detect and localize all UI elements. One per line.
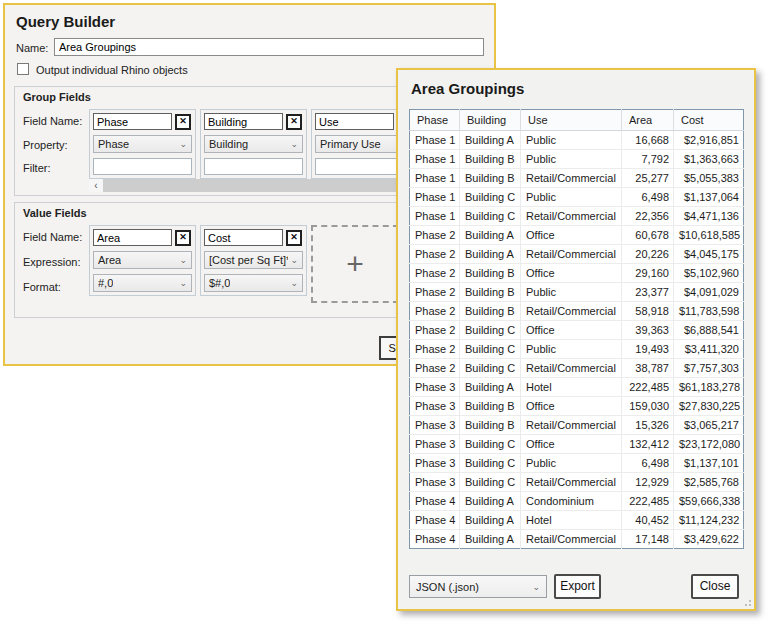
export-button[interactable]: Export — [554, 574, 601, 599]
cell-phase: Phase 2 — [410, 226, 460, 245]
cell-use: Hotel — [521, 511, 622, 530]
field-name-row: ✕ — [204, 113, 303, 130]
value-field-column: ✕[Cost per Sq Ft]*[A⌄$#,0⌄ — [200, 225, 307, 296]
cell-area: 17,148 — [622, 530, 674, 549]
property-dropdown[interactable]: Building⌄ — [204, 135, 303, 153]
cell-building: Building B — [460, 264, 521, 283]
cell-area: 12,929 — [622, 473, 674, 492]
cell-use: Public — [521, 150, 622, 169]
field-name-input[interactable] — [204, 113, 283, 130]
cell-building: Building C — [460, 321, 521, 340]
table-row: Phase 3Building CRetail/Commercial12,929… — [410, 473, 744, 492]
format-dropdown-value: #,0 — [98, 277, 113, 289]
field-name-input[interactable] — [315, 113, 394, 130]
cell-building: Building B — [460, 150, 521, 169]
cell-building: Building A — [460, 530, 521, 549]
cell-phase: Phase 4 — [410, 530, 460, 549]
remove-field-button[interactable]: ✕ — [286, 114, 302, 130]
field-name-input[interactable] — [204, 229, 283, 246]
cell-phase: Phase 2 — [410, 283, 460, 302]
cell-cost: $61,183,278 — [674, 378, 744, 397]
table-row: Phase 2Building ARetail/Commercial20,226… — [410, 245, 744, 264]
results-window: Area Groupings PhaseBuildingUseAreaCost … — [396, 68, 756, 611]
cell-area: 132,412 — [622, 435, 674, 454]
cell-use: Retail/Commercial — [521, 416, 622, 435]
cell-use: Retail/Commercial — [521, 245, 622, 264]
expression-dropdown[interactable]: Area⌄ — [93, 251, 192, 269]
column-header-use[interactable]: Use — [521, 110, 622, 131]
results-table: PhaseBuildingUseAreaCost Phase 1Building… — [409, 109, 744, 549]
filter-input[interactable] — [204, 158, 303, 175]
format-dropdown[interactable]: $#,0⌄ — [204, 274, 303, 292]
query-name-input[interactable] — [54, 38, 484, 56]
cell-cost: $4,471,136 — [674, 207, 744, 226]
cell-building: Building A — [460, 226, 521, 245]
cell-cost: $10,618,585 — [674, 226, 744, 245]
property-dropdown-value: Primary Use — [320, 138, 381, 150]
table-row: Phase 2Building CPublic19,493$3,411,320 — [410, 340, 744, 359]
cell-area: 159,030 — [622, 397, 674, 416]
table-row: Phase 1Building CPublic6,498$1,137,064 — [410, 188, 744, 207]
cell-building: Building A — [460, 245, 521, 264]
column-header-area[interactable]: Area — [622, 110, 674, 131]
cell-cost: $6,888,541 — [674, 321, 744, 340]
value-field-columns: ✕Area⌄#,0⌄✕[Cost per Sq Ft]*[A⌄$#,0⌄+ — [89, 225, 399, 303]
field-name-row: ✕ — [93, 229, 192, 246]
cell-phase: Phase 1 — [410, 188, 460, 207]
cell-use: Public — [521, 340, 622, 359]
export-format-select[interactable]: JSON (.json) ⌄ — [409, 575, 547, 598]
field-name-input[interactable] — [93, 113, 172, 130]
cell-area: 19,493 — [622, 340, 674, 359]
cell-area: 222,485 — [622, 378, 674, 397]
cell-area: 22,356 — [622, 207, 674, 226]
chevron-down-icon: ⌄ — [179, 278, 187, 288]
output-rhino-checkbox[interactable] — [17, 63, 29, 75]
cell-building: Building C — [460, 435, 521, 454]
chevron-down-icon: ⌄ — [290, 278, 298, 288]
cell-cost: $23,172,080 — [674, 435, 744, 454]
cell-area: 60,678 — [622, 226, 674, 245]
scroll-left-icon[interactable]: ‹ — [89, 179, 103, 192]
add-value-field-button[interactable]: + — [311, 225, 399, 303]
cell-cost: $2,916,851 — [674, 131, 744, 150]
cell-building: Building C — [460, 207, 521, 226]
cell-phase: Phase 4 — [410, 511, 460, 530]
cell-cost: $4,045,175 — [674, 245, 744, 264]
table-row: Phase 2Building AOffice60,678$10,618,585 — [410, 226, 744, 245]
cell-cost: $59,666,338 — [674, 492, 744, 511]
cell-use: Office — [521, 435, 622, 454]
filter-input[interactable] — [93, 158, 192, 175]
cell-area: 7,792 — [622, 150, 674, 169]
cell-use: Public — [521, 454, 622, 473]
expression-dropdown[interactable]: [Cost per Sq Ft]*[A⌄ — [204, 251, 303, 269]
cell-area: 222,485 — [622, 492, 674, 511]
cell-area: 16,668 — [622, 131, 674, 150]
table-row: Phase 3Building AHotel222,485$61,183,278 — [410, 378, 744, 397]
chevron-down-icon: ⌄ — [532, 582, 540, 592]
cell-use: Retail/Commercial — [521, 169, 622, 188]
remove-field-button[interactable]: ✕ — [175, 230, 191, 246]
cell-building: Building B — [460, 169, 521, 188]
close-button[interactable]: Close — [691, 574, 739, 599]
cell-use: Office — [521, 397, 622, 416]
cell-building: Building B — [460, 302, 521, 321]
column-header-phase[interactable]: Phase — [410, 110, 460, 131]
cell-cost: $1,137,101 — [674, 454, 744, 473]
property-dropdown[interactable]: Phase⌄ — [93, 135, 192, 153]
remove-field-button[interactable]: ✕ — [175, 114, 191, 130]
property-row-label: Property: — [23, 139, 68, 151]
cell-building: Building C — [460, 359, 521, 378]
resize-grip[interactable] — [742, 597, 751, 606]
cell-area: 58,918 — [622, 302, 674, 321]
cell-use: Retail/Commercial — [521, 530, 622, 549]
field-name-input[interactable] — [93, 229, 172, 246]
property-dropdown-value: Building — [209, 138, 248, 150]
results-title: Area Groupings — [411, 80, 524, 97]
column-header-building[interactable]: Building — [460, 110, 521, 131]
remove-field-button[interactable]: ✕ — [286, 230, 302, 246]
cell-area: 6,498 — [622, 454, 674, 473]
cell-use: Retail/Commercial — [521, 473, 622, 492]
format-dropdown[interactable]: #,0⌄ — [93, 274, 192, 292]
column-header-cost[interactable]: Cost — [674, 110, 744, 131]
table-row: Phase 4Building AHotel40,452$11,124,232 — [410, 511, 744, 530]
